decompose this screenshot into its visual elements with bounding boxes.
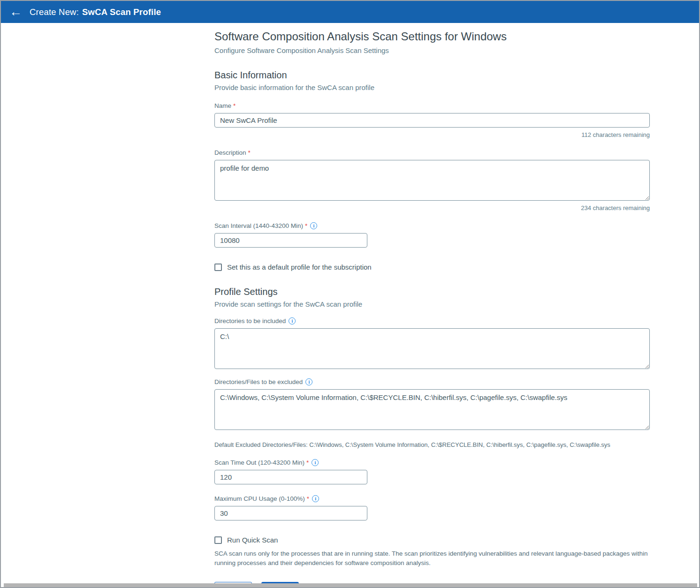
app-bar-title-prefix: Create New: [30, 7, 79, 17]
scan-interval-label: Scan Interval (1440-43200 Min) * i [214, 222, 650, 229]
scan-interval-required-asterisk: * [305, 222, 307, 229]
scan-interval-info-icon[interactable]: i [310, 222, 317, 229]
app-bar-title: Create New:SwCA Scan Profile [30, 7, 161, 17]
scan-timeout-info-icon[interactable]: i [312, 459, 319, 466]
dirs-included-label-text: Directories to be included [214, 317, 286, 324]
dirs-included-textarea[interactable]: C:\ [214, 328, 650, 369]
horizontal-scrollbar[interactable] [4, 583, 697, 587]
quick-scan-checkbox-row[interactable]: Run Quick Scan [214, 536, 650, 544]
dirs-excluded-info-icon[interactable]: i [305, 378, 312, 385]
max-cpu-info-icon[interactable]: i [312, 495, 319, 502]
description-characters-remaining: 234 characters remaining [214, 204, 650, 211]
description-label: Description * [214, 149, 650, 156]
max-cpu-label-text: Maximum CPU Usage (0-100%) [214, 495, 305, 502]
name-characters-remaining: 112 characters remaining [214, 131, 650, 138]
scan-timeout-label: Scan Time Out (120-43200 Min) * i [214, 459, 650, 466]
dirs-excluded-label-text: Directories/Files to be excluded [214, 378, 303, 385]
description-textarea[interactable]: profile for demo [214, 160, 650, 201]
app-bar-title-profile-name: SwCA Scan Profile [82, 7, 161, 17]
page-subtitle: Configure Software Composition Analysis … [214, 46, 650, 54]
section-subtitle-profile-settings: Provide scan settings for the SwCA scan … [214, 300, 650, 308]
name-input[interactable] [214, 113, 650, 128]
scan-timeout-input[interactable] [214, 470, 367, 484]
app-bar: ← Create New:SwCA Scan Profile [1, 1, 699, 23]
scan-timeout-label-text: Scan Time Out (120-43200 Min) [214, 459, 304, 466]
back-arrow-icon[interactable]: ← [9, 6, 22, 18]
default-excluded-note: Default Excluded Directories/Files: C:\W… [214, 441, 650, 448]
section-subtitle-basic-information: Provide basic information for the SwCA s… [214, 83, 650, 91]
dirs-excluded-label: Directories/Files to be excluded i [214, 378, 650, 385]
dirs-included-label: Directories to be included i [214, 317, 650, 324]
scan-timeout-required-asterisk: * [306, 459, 309, 466]
default-profile-checkbox-label: Set this as a default profile for the su… [227, 263, 372, 271]
quick-scan-checkbox[interactable] [214, 536, 222, 544]
quick-scan-note: SCA scan runs only for the processes tha… [214, 549, 650, 568]
form-content: Software Composition Analysis Scan Setti… [214, 23, 650, 588]
name-label: Name * [214, 102, 650, 109]
max-cpu-input[interactable] [214, 506, 367, 520]
description-label-text: Description [214, 149, 246, 156]
scan-interval-label-text: Scan Interval (1440-43200 Min) [214, 222, 303, 229]
quick-scan-checkbox-label: Run Quick Scan [227, 536, 278, 544]
scan-interval-input[interactable] [214, 233, 367, 248]
page-title: Software Composition Analysis Scan Setti… [214, 30, 650, 43]
default-profile-checkbox-row[interactable]: Set this as a default profile for the su… [214, 263, 650, 271]
name-label-text: Name [214, 102, 231, 109]
dirs-excluded-textarea[interactable]: C:\Windows, C:\System Volume Information… [214, 389, 650, 430]
name-required-asterisk: * [233, 102, 236, 109]
dirs-included-info-icon[interactable]: i [289, 317, 296, 324]
section-title-basic-information: Basic Information [214, 70, 650, 81]
max-cpu-required-asterisk: * [307, 495, 309, 502]
default-profile-checkbox[interactable] [214, 264, 222, 271]
swca-scan-profile-page: { "header": { "back_icon": "←", "title_p… [0, 0, 700, 588]
max-cpu-label: Maximum CPU Usage (0-100%) * i [214, 495, 650, 502]
section-title-profile-settings: Profile Settings [214, 286, 650, 297]
description-required-asterisk: * [248, 149, 251, 156]
